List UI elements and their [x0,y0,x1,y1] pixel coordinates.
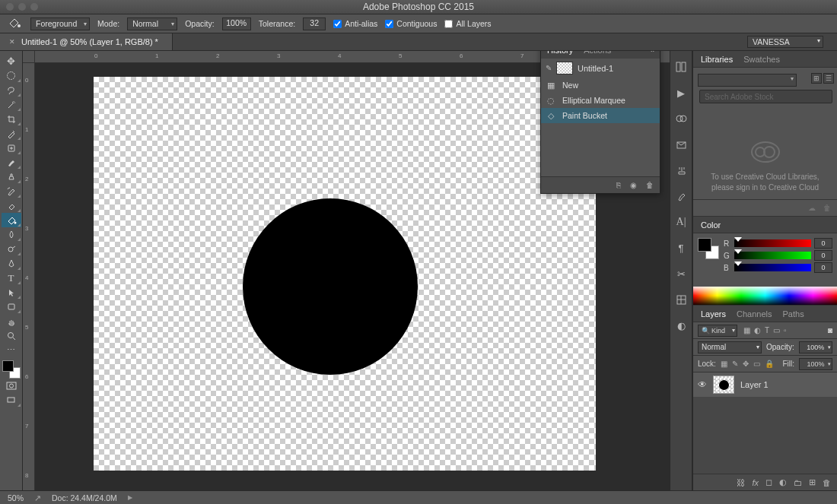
path-selection-tool[interactable] [2,285,21,300]
history-item-marquee[interactable]: ◌ Elliptical Marquee [541,93,660,108]
snapshot-icon[interactable]: ◉ [630,181,637,189]
color-swatches[interactable] [698,238,719,259]
blur-tool[interactable] [2,227,21,242]
canvas[interactable] [94,77,596,471]
fg-color-swatch[interactable] [698,238,711,252]
properties-icon[interactable] [674,60,688,74]
delete-library-icon[interactable]: 🗑 [823,204,831,212]
clone-stamp-tool[interactable] [2,170,21,184]
pen-tool[interactable] [2,256,21,271]
foreground-swatch[interactable] [2,360,14,372]
filter-kind-dropdown[interactable]: 🔍Kind [698,325,737,337]
history-item-new[interactable]: ▦ New [541,78,660,93]
brushes-icon[interactable] [674,163,688,177]
b-slider[interactable] [734,264,811,271]
new-layer-icon[interactable]: ⊞ [809,477,816,487]
layer-blend-dropdown[interactable]: Normal [698,341,762,353]
tolerance-input[interactable]: 32 [303,17,326,30]
layer-row[interactable]: 👁 Layer 1 [693,372,837,397]
play-icon[interactable]: ▶ [674,86,688,100]
paragraph-icon[interactable]: ¶ [674,241,688,255]
g-value[interactable]: 0 [814,250,832,261]
list-view-icon[interactable]: ☰ [823,73,834,84]
new-doc-from-state-icon[interactable]: ⎘ [616,181,621,189]
zoom-level[interactable]: 50% [8,493,24,502]
type-tool[interactable]: T [2,271,21,285]
share-icon[interactable]: ↗ [34,493,41,502]
vertical-ruler[interactable]: 0 1 2 3 4 5 6 7 8 [23,63,35,490]
filter-smart-icon[interactable]: ▫ [784,326,787,334]
b-value[interactable]: 0 [814,262,832,273]
color-tab[interactable]: Color [701,220,721,230]
history-snapshot-thumb[interactable] [556,62,573,74]
group-icon[interactable]: 🗀 [794,478,802,487]
adjustments-icon[interactable] [674,112,688,125]
eraser-tool[interactable] [2,198,21,213]
paint-bucket-icon[interactable] [6,17,23,30]
filter-toggle-icon[interactable]: ◙ [828,326,832,334]
lock-artboard-icon[interactable]: ▭ [753,360,760,368]
library-search-input[interactable]: Search Adobe Stock [699,90,832,103]
lock-image-icon[interactable]: ✎ [732,360,738,368]
hand-tool[interactable] [2,314,21,328]
brush-tool[interactable] [2,155,21,170]
libraries-tab[interactable]: Libraries [701,55,733,64]
shape-tool[interactable] [2,300,21,314]
contiguous-checkbox[interactable]: Contiguous [385,19,437,28]
layer-mask-icon[interactable]: ◻ [765,477,772,487]
dodge-tool[interactable] [2,242,21,256]
opacity-input[interactable]: 100% [222,17,251,30]
filter-pixel-icon[interactable]: ▦ [743,326,750,334]
brush-presets-icon[interactable] [674,189,688,203]
lock-transparency-icon[interactable]: ▦ [721,360,727,368]
scissors-icon[interactable]: ✂ [674,267,688,281]
quick-mask-icon[interactable] [2,379,21,393]
delete-layer-icon[interactable]: 🗑 [823,478,831,487]
marquee-tool[interactable] [2,68,21,83]
ruler-origin[interactable] [23,51,35,63]
r-slider[interactable] [734,239,811,247]
timeline-icon[interactable]: ◐ [674,319,688,332]
collapse-panel-icon[interactable]: » [651,51,655,54]
lasso-tool[interactable] [2,83,21,97]
color-ramp[interactable] [693,287,837,305]
layers-tab[interactable]: Layers [701,309,726,319]
antialias-checkbox[interactable]: Anti-alias [333,19,377,28]
healing-brush-tool[interactable] [2,141,21,155]
actions-tab[interactable]: Actions [584,51,611,55]
grid-view-icon[interactable]: ⊞ [811,73,822,84]
layer-style-icon[interactable]: fx [752,478,759,487]
channels-tab[interactable]: Channels [737,309,772,319]
filter-shape-icon[interactable]: ▭ [773,326,780,334]
all-layers-checkbox[interactable]: All Layers [444,19,491,28]
history-tab[interactable]: History [547,51,573,55]
screen-mode-icon[interactable] [2,393,21,407]
visibility-icon[interactable]: 👁 [698,379,707,390]
workspace-dropdown[interactable]: VANESSA [747,36,823,48]
filter-type-icon[interactable]: T [765,326,769,334]
delete-state-icon[interactable]: 🗑 [646,181,654,189]
lock-all-icon[interactable]: 🔒 [765,360,774,368]
blend-mode-dropdown[interactable]: Normal [127,17,177,30]
crop-tool[interactable] [2,112,21,126]
g-slider[interactable] [734,252,811,259]
history-brush-tool[interactable] [2,184,21,198]
paths-tab[interactable]: Paths [783,309,804,319]
history-item-paint-bucket[interactable]: ◇ Paint Bucket [541,108,660,123]
layer-thumbnail[interactable] [713,376,734,394]
character-icon[interactable]: A| [674,215,688,229]
document-tab[interactable]: ✕ Untitled-1 @ 50% (Layer 1, RGB/8) * [0,33,173,50]
layer-fill-input[interactable]: 100% [799,358,832,370]
library-dropdown[interactable] [698,74,797,87]
color-swatches-tool[interactable] [2,360,21,379]
layer-opacity-input[interactable]: 100% [799,341,832,353]
swatches-tab[interactable]: Swatches [743,55,780,64]
doc-size[interactable]: Doc: 24.4M/24.0M [52,493,117,502]
move-tool[interactable]: ✥ [2,54,21,68]
paint-bucket-tool[interactable] [2,213,21,227]
close-tab-icon[interactable]: ✕ [9,38,15,46]
eyedropper-tool[interactable] [2,126,21,141]
filter-adjust-icon[interactable]: ◐ [754,326,761,334]
fill-mode-dropdown[interactable]: Foreground [30,17,90,30]
info-icon[interactable] [674,293,688,306]
